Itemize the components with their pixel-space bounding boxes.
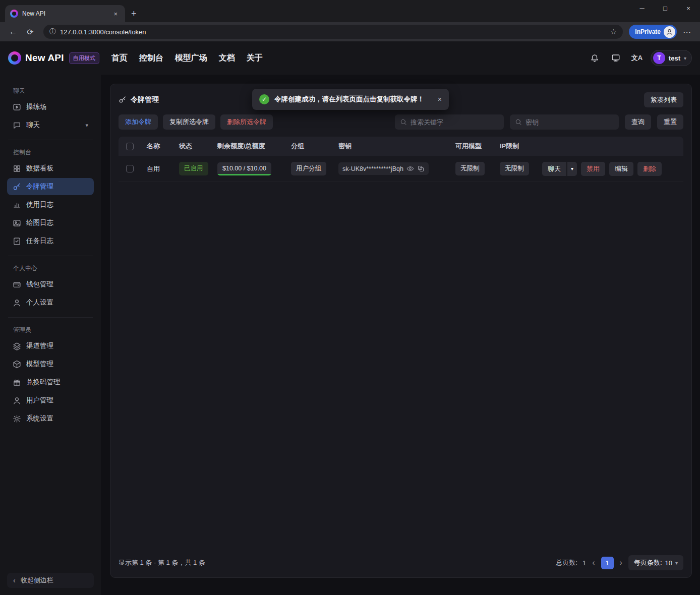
- pagination-controls: 总页数: 1 ‹ 1 › 每页条数: 10 ▾: [556, 555, 683, 570]
- sidebar-item-usage-logs[interactable]: 使用日志: [7, 196, 94, 213]
- key-search-input[interactable]: [526, 118, 614, 126]
- bookmark-star-icon[interactable]: ☆: [610, 27, 617, 36]
- nav-item-console[interactable]: 控制台: [139, 53, 163, 64]
- language-translate-icon[interactable]: 文A: [629, 50, 645, 66]
- dashboard-grid-icon: [13, 164, 21, 173]
- token-key-chip[interactable]: sk-UK8v**********jBqh: [338, 162, 429, 175]
- eye-icon[interactable]: [406, 165, 414, 172]
- sidebar-item-task-logs[interactable]: 任务日志: [7, 232, 94, 250]
- cube-icon: [13, 360, 21, 369]
- sidebar-item-redemption[interactable]: 兑换码管理: [7, 374, 94, 391]
- app-brand[interactable]: New API: [25, 52, 64, 64]
- toolbar-right: 查询 重置: [395, 114, 683, 130]
- col-group: 分组: [285, 142, 332, 151]
- chevron-down-icon: ▾: [675, 560, 678, 566]
- sidebar-item-label: 数据看板: [26, 164, 53, 173]
- disable-button[interactable]: 禁用: [581, 162, 605, 176]
- url-field[interactable]: ⓘ 127.0.0.1:3000/console/token ☆: [43, 25, 623, 39]
- sidebar-item-tokens[interactable]: 令牌管理: [7, 178, 94, 195]
- prev-page-icon[interactable]: ‹: [591, 558, 596, 567]
- sidebar: 聊天 操练场 聊天 ▾ 控制台 数据看板 令牌管理 使用日志 绘图日志: [0, 75, 101, 595]
- wallet-icon: [13, 280, 21, 289]
- sidebar-item-chat[interactable]: 聊天 ▾: [7, 116, 94, 134]
- chevron-down-icon: ▾: [85, 122, 88, 129]
- sidebar-item-users[interactable]: 用户管理: [7, 392, 94, 409]
- gear-icon: [13, 414, 21, 423]
- chevron-down-icon: ▾: [684, 55, 686, 61]
- refresh-button[interactable]: ⟳: [23, 25, 37, 39]
- sidebar-item-models[interactable]: 模型管理: [7, 355, 94, 373]
- collapse-sidebar-button[interactable]: ‹ 收起侧边栏: [7, 573, 94, 588]
- tab-close-icon[interactable]: ×: [111, 9, 120, 19]
- sidebar-item-label: 令牌管理: [26, 182, 53, 191]
- token-name: 自用: [141, 164, 173, 173]
- toast-close-icon[interactable]: ×: [438, 95, 442, 103]
- total-pages-label: 总页数:: [556, 558, 577, 567]
- app-logo-icon[interactable]: [8, 51, 21, 65]
- site-info-icon[interactable]: ⓘ: [49, 27, 56, 36]
- back-button[interactable]: ←: [6, 25, 20, 39]
- new-tab-button[interactable]: +: [131, 9, 137, 19]
- copy-icon[interactable]: [417, 165, 425, 172]
- url-text: 127.0.0.1:3000/console/token: [60, 28, 146, 36]
- sidebar-item-drawing-logs[interactable]: 绘图日志: [7, 214, 94, 231]
- window-minimize-button[interactable]: ─: [630, 0, 654, 16]
- app-body: 聊天 操练场 聊天 ▾ 控制台 数据看板 令牌管理 使用日志 绘图日志: [0, 75, 700, 595]
- keyword-search-input[interactable]: [411, 118, 499, 126]
- sidebar-item-label: 个人设置: [26, 298, 53, 307]
- user-menu[interactable]: T test ▾: [651, 50, 692, 66]
- reset-button[interactable]: 重置: [657, 114, 683, 130]
- group-badge: 用户分组: [291, 162, 326, 175]
- chat-dropdown-caret-icon[interactable]: ▾: [567, 162, 577, 176]
- copy-selected-button[interactable]: 复制所选令牌: [163, 114, 215, 130]
- sidebar-item-system-settings[interactable]: 系统设置: [7, 410, 94, 427]
- add-token-button[interactable]: 添加令牌: [119, 114, 158, 130]
- divider: [8, 317, 93, 318]
- inprivate-label: InPrivate: [635, 28, 661, 35]
- delete-selected-button[interactable]: 删除所选令牌: [220, 114, 273, 130]
- row-checkbox[interactable]: [126, 165, 134, 172]
- current-page-button[interactable]: 1: [601, 557, 614, 569]
- token-key-masked: sk-UK8v**********jBqh: [342, 165, 403, 172]
- sidebar-item-wallet[interactable]: 钱包管理: [7, 276, 94, 293]
- pagination-summary: 显示第 1 条 - 第 1 条，共 1 条: [119, 558, 205, 567]
- toast-notification: ✓ 令牌创建成功，请在列表页面点击复制获取令牌！ ×: [252, 89, 449, 110]
- keyword-search-box: [395, 114, 504, 130]
- compact-list-button[interactable]: 紧凑列表: [644, 92, 683, 107]
- browser-menu-icon[interactable]: ⋯: [680, 27, 694, 37]
- nav-item-about[interactable]: 关于: [247, 53, 263, 64]
- col-key: 密钥: [332, 142, 449, 151]
- edit-button[interactable]: 编辑: [609, 162, 633, 176]
- tab-title: New API: [22, 10, 107, 17]
- sidebar-item-channels[interactable]: 渠道管理: [7, 337, 94, 354]
- bar-chart-icon: [13, 201, 21, 209]
- nav-item-docs[interactable]: 文档: [219, 53, 235, 64]
- inprivate-badge[interactable]: InPrivate: [629, 25, 677, 39]
- window-close-button[interactable]: ×: [677, 0, 700, 16]
- window-maximize-button[interactable]: □: [654, 0, 677, 16]
- sidebar-item-personal-settings[interactable]: 个人设置: [7, 294, 94, 311]
- chat-button[interactable]: 聊天: [542, 162, 566, 176]
- next-page-icon[interactable]: ›: [619, 558, 623, 567]
- sidebar-item-label: 钱包管理: [26, 280, 53, 289]
- notifications-bell-icon[interactable]: [587, 50, 602, 66]
- page-size-select[interactable]: 每页条数: 10 ▾: [628, 555, 683, 570]
- sidebar-item-playground[interactable]: 操练场: [7, 98, 94, 115]
- nav-item-home[interactable]: 首页: [111, 53, 128, 64]
- delete-button[interactable]: 删除: [637, 162, 662, 176]
- header-actions: 文A T test ▾: [587, 50, 692, 66]
- sidebar-item-label: 绘图日志: [26, 218, 53, 227]
- sidebar-item-dashboard[interactable]: 数据看板: [7, 160, 94, 177]
- col-status: 状态: [173, 142, 211, 151]
- key-search-box: [510, 114, 619, 130]
- sidebar-section-personal: 个人中心: [13, 264, 94, 273]
- query-button[interactable]: 查询: [625, 114, 651, 130]
- window-controls: ─ □ ×: [630, 0, 700, 16]
- nav-item-model-market[interactable]: 模型广场: [175, 53, 207, 64]
- sidebar-section-chat: 聊天: [13, 87, 94, 95]
- select-all-checkbox[interactable]: [126, 143, 134, 150]
- theme-monitor-icon[interactable]: [608, 50, 623, 66]
- person-icon: [666, 28, 673, 36]
- layers-icon: [13, 342, 21, 350]
- browser-tab[interactable]: New API ×: [5, 5, 125, 22]
